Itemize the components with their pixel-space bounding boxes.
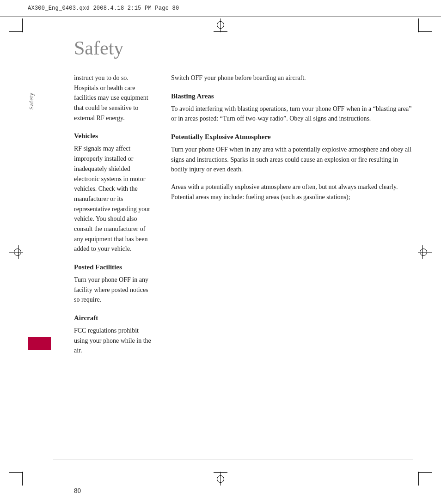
aircraft-heading: Aircraft [74, 314, 153, 322]
explosive-text2: Areas with a potentially explosive atmos… [171, 182, 413, 202]
posted-text: Turn your phone OFF in any facility wher… [74, 275, 153, 305]
crop-mark-tl-h [9, 31, 23, 32]
right-column: Switch OFF your phone before boarding an… [166, 73, 413, 363]
blasting-heading: Blasting Areas [171, 92, 413, 100]
crop-mark-bl-h [9, 472, 23, 473]
crop-mark-tr-v [418, 18, 419, 32]
left-column: instruct you to do so. Hospitals or heal… [28, 73, 153, 363]
reg-mark-top-circle [217, 21, 224, 29]
switch-off-text: Switch OFF your phone before boarding an… [171, 73, 413, 83]
two-column-layout: instruct you to do so. Hospitals or heal… [28, 73, 413, 363]
reg-mark-bottom-circle [217, 475, 224, 483]
reg-mark-left-circle [14, 249, 21, 256]
vehicles-text: RF signals may affect improperly install… [74, 144, 153, 254]
bottom-rule [53, 460, 413, 460]
header-text: AX300_Eng_0403.qxd 2008.4.18 2:15 PM Pag… [28, 5, 179, 12]
crop-mark-br-v [418, 472, 419, 486]
aircraft-text: FCC regulations prohibit using your phon… [74, 326, 153, 356]
explosive-text1: Turn your phone OFF when in any area wit… [171, 145, 413, 175]
crop-mark-tr-h [418, 31, 432, 32]
crop-mark-tl-v [22, 18, 23, 32]
sidebar-label: Safety [28, 92, 35, 109]
explosive-heading: Potentially Explosive Atmosphere [171, 133, 413, 141]
red-marker-bar [28, 337, 51, 350]
intro-text: instruct you to do so. Hospitals or heal… [74, 73, 153, 123]
page-title: Safety [28, 37, 413, 59]
posted-heading: Posted Facilities [74, 263, 153, 271]
crop-mark-br-h [418, 472, 432, 473]
blasting-text: To avoid interfering with blasting opera… [171, 104, 413, 124]
page-content: Safety instruct you to do so. Hospitals … [28, 37, 413, 467]
header-bar: AX300_Eng_0403.qxd 2008.4.18 2:15 PM Pag… [0, 0, 441, 17]
vehicles-heading: Vehicles [74, 132, 153, 140]
crop-mark-bl-v [22, 472, 23, 486]
reg-mark-right-circle [420, 249, 427, 256]
page-number: 80 [74, 487, 81, 495]
